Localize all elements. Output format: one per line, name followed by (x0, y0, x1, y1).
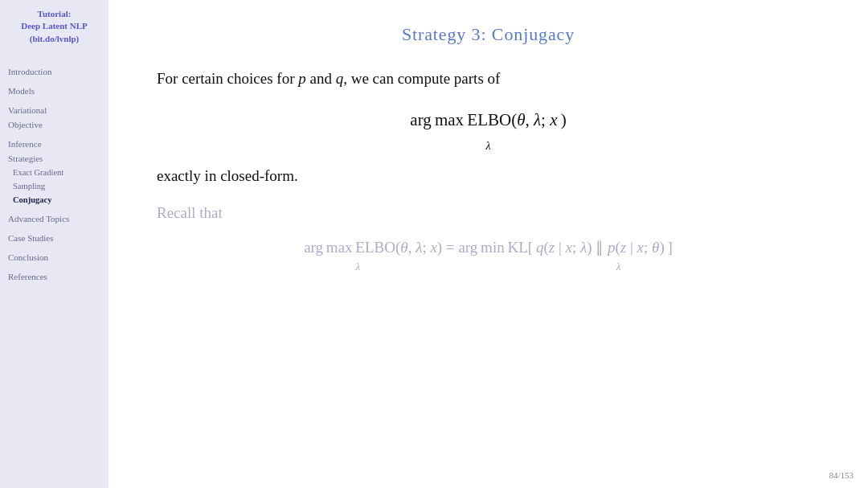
main-content: Strategy 3: Conjugacy For certain choice… (108, 0, 868, 488)
paragraph-2: exactly in closed-form. (157, 167, 820, 185)
math-block-1: arg max ELBO(θ, λ; x ) λ (157, 110, 820, 153)
sidebar-item-sampling[interactable]: Sampling (0, 179, 108, 193)
sidebar-item-strategies[interactable]: Strategies (0, 151, 108, 166)
sidebar-item-objective[interactable]: Objective (0, 117, 108, 132)
math-block-2: arg max ELBO(θ, λ; x) = arg min KL[ q(z … (157, 238, 820, 274)
sidebar-item-conclusion[interactable]: Conclusion (0, 250, 108, 265)
sidebar-title: Tutorial: Deep Latent NLP (bit.do/lvnlp) (21, 8, 88, 45)
sidebar-item-advanced-topics[interactable]: Advanced Topics (0, 211, 108, 226)
paragraph-1: For certain choices for p and q, we can … (157, 68, 820, 91)
sidebar-item-inference[interactable]: Inference (0, 137, 108, 151)
page-number: 84/153 (829, 470, 854, 480)
sidebar-item-models[interactable]: Models (0, 84, 108, 98)
slide-title: Strategy 3: Conjugacy (157, 24, 820, 45)
sidebar-item-case-studies[interactable]: Case Studies (0, 231, 108, 245)
sidebar-item-references[interactable]: References (0, 269, 108, 284)
recall-label: Recall that (157, 204, 820, 222)
sidebar-item-conjugacy[interactable]: Conjugacy (0, 193, 108, 207)
sidebar: Tutorial: Deep Latent NLP (bit.do/lvnlp)… (0, 0, 108, 488)
sidebar-item-introduction[interactable]: Introduction (0, 64, 108, 79)
sidebar-item-variational[interactable]: Variational (0, 103, 108, 117)
sidebar-item-exact-gradient[interactable]: Exact Gradient (0, 166, 108, 179)
